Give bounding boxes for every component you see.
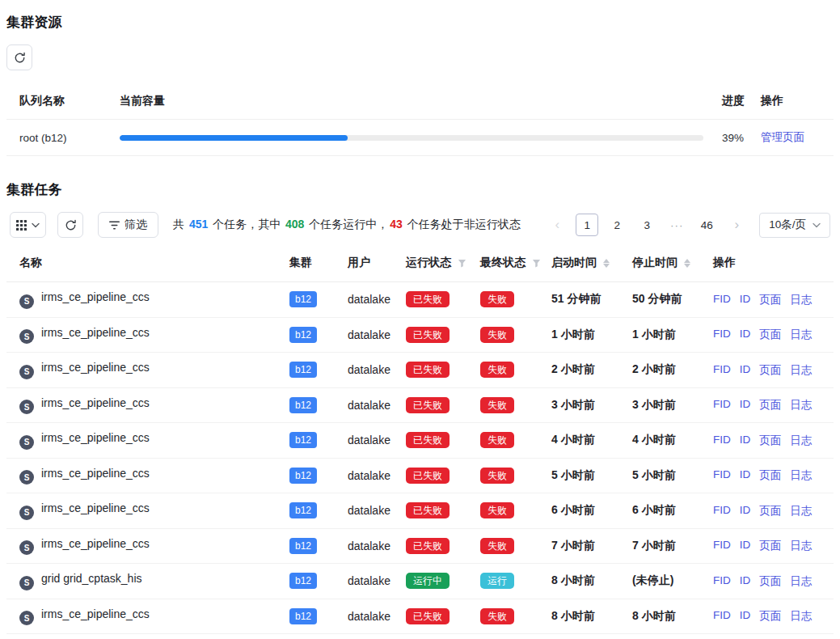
pagination-ellipsis: ··· [665,214,688,236]
task-run-status-badge: 已失败 [406,432,450,448]
tasks-header-start-time[interactable]: 启动时间 [551,244,632,282]
table-row: Sirms_ce_pipeline_ccs b12 datalake 已失败 失… [6,528,834,564]
task-cluster-badge: b12 [289,608,317,624]
summary-mid2: 个任务运行中， [306,218,388,231]
task-action-id[interactable]: ID [740,539,751,553]
task-action-fid[interactable]: FID [713,539,731,553]
task-start-time: 51 分钟前 [551,282,632,318]
final-status-filter-icon[interactable] [532,259,541,268]
task-action-日志[interactable]: 日志 [790,434,812,448]
task-action-页面[interactable]: 页面 [759,328,781,342]
task-action-fid[interactable]: FID [713,398,731,413]
task-action-日志[interactable]: 日志 [790,504,812,518]
task-user: datalake [348,599,406,634]
task-action-fid[interactable]: FID [713,468,731,483]
task-action-id[interactable]: ID [740,609,751,624]
task-action-页面[interactable]: 页面 [759,539,781,553]
tasks-refresh-button[interactable] [57,212,83,238]
task-actions: FIDID页面日志 [713,504,812,518]
task-action-日志[interactable]: 日志 [790,398,812,413]
task-user: datalake [348,317,406,353]
task-action-日志[interactable]: 日志 [790,328,812,342]
task-cluster-badge: b12 [289,468,317,484]
task-action-日志[interactable]: 日志 [790,574,812,589]
task-action-fid[interactable]: FID [713,293,731,307]
start-time-sorter-icon[interactable] [603,259,610,268]
task-action-id[interactable]: ID [740,363,751,378]
task-action-页面[interactable]: 页面 [759,398,781,413]
task-user: datalake [348,493,406,529]
task-action-fid[interactable]: FID [713,328,731,342]
task-action-日志[interactable]: 日志 [790,539,812,553]
pagination-page-46[interactable]: 46 [695,214,718,236]
stop-time-sorter-icon[interactable] [684,259,690,268]
task-user: datalake [348,387,406,423]
page-size-select[interactable]: 10条/页 [759,213,830,238]
task-run-status-badge: 已失败 [406,468,450,484]
task-action-fid[interactable]: FID [713,504,731,518]
task-action-页面[interactable]: 页面 [759,434,781,448]
task-action-页面[interactable]: 页面 [759,363,781,378]
run-status-filter-icon[interactable] [458,259,466,268]
task-run-status-badge: 已失败 [406,397,450,413]
tasks-header-stop-time[interactable]: 停止时间 [632,244,713,282]
task-avatar: S [19,435,34,450]
task-action-日志[interactable]: 日志 [790,609,812,624]
cluster-tasks-title: 集群任务 [6,180,834,199]
manage-page-link[interactable]: 管理页面 [761,131,804,143]
resources-header-action: 操作 [761,83,834,120]
task-action-id[interactable]: ID [740,504,751,518]
task-cluster-badge: b12 [289,502,317,518]
page: 集群资源 队列名称 当前容量 进度 操作 root (b12) [0,0,840,639]
task-start-time: 7 小时前 [551,528,632,564]
task-action-id[interactable]: ID [740,328,751,342]
task-cluster-badge: b12 [289,538,317,554]
table-row: Sirms_ce_pipeline_ccs b12 datalake 已失败 失… [6,423,834,459]
task-avatar: S [19,329,34,344]
table-row: Sirms_ce_pipeline_ccs b12 datalake 已失败 失… [6,458,834,493]
task-action-id[interactable]: ID [740,293,751,307]
task-action-id[interactable]: ID [740,398,751,413]
chevron-down-icon [32,222,40,228]
column-settings-button[interactable] [10,212,46,238]
task-action-日志[interactable]: 日志 [790,363,812,378]
task-user: datalake [348,282,406,318]
task-action-fid[interactable]: FID [713,609,731,624]
pagination-page-3[interactable]: 3 [635,214,658,236]
task-action-日志[interactable]: 日志 [790,468,812,483]
task-stop-time: 7 小时前 [632,528,713,564]
task-action-fid[interactable]: FID [713,574,731,589]
task-action-页面[interactable]: 页面 [759,574,781,589]
capacity-progress-bar [120,135,703,141]
task-actions: FIDID页面日志 [713,293,812,307]
task-avatar: S [19,400,34,414]
task-actions: FIDID页面日志 [713,434,812,448]
task-action-页面[interactable]: 页面 [759,504,781,518]
pagination-page-2[interactable]: 2 [606,214,628,236]
task-action-id[interactable]: ID [740,574,751,589]
task-action-id[interactable]: ID [740,468,751,483]
pagination-page-1[interactable]: 1 [576,214,598,236]
task-action-fid[interactable]: FID [713,363,731,378]
table-row: Sgrid grid_cptask_his b12 datalake 运行中 运… [6,564,834,599]
pagination-next-button[interactable]: › [725,214,748,236]
task-action-页面[interactable]: 页面 [759,293,781,307]
cluster-tasks-section: 集群任务 筛选 共 [6,180,834,639]
task-run-status-badge: 已失败 [406,608,450,624]
task-name: irms_ce_pipeline_ccs [41,396,150,409]
task-action-日志[interactable]: 日志 [790,293,812,307]
task-action-fid[interactable]: FID [713,434,731,448]
task-final-status-badge: 失败 [480,468,514,484]
pagination: ‹123···46›10条/页 [546,213,830,238]
cluster-resources-section: 集群资源 队列名称 当前容量 进度 操作 root (b12) [6,13,834,156]
pagination-prev-button[interactable]: ‹ [546,214,568,236]
filter-button[interactable]: 筛选 [98,212,158,238]
task-cluster-badge: b12 [289,573,317,589]
task-action-页面[interactable]: 页面 [759,468,781,483]
task-avatar: S [19,506,34,520]
task-action-id[interactable]: ID [740,434,751,448]
task-action-页面[interactable]: 页面 [759,609,781,624]
task-actions: FIDID页面日志 [713,328,812,342]
resources-refresh-button[interactable] [6,44,32,70]
task-user: datalake [348,564,406,599]
